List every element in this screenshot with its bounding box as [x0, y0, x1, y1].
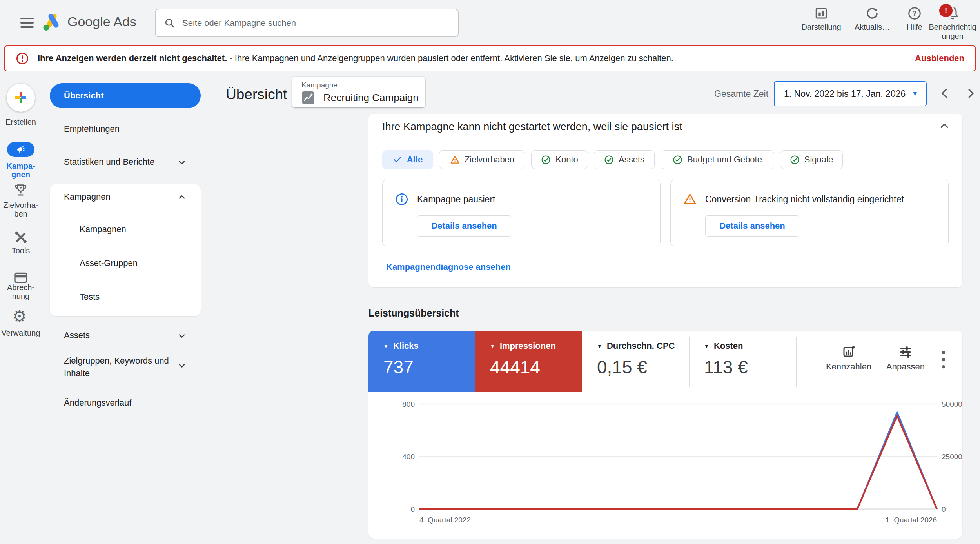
- sidebar-item-change-history[interactable]: Änderungsverlauf: [64, 398, 131, 408]
- filter-chip-all[interactable]: Alle: [382, 150, 433, 169]
- search-box[interactable]: [155, 9, 459, 37]
- metric-dropdown-icon: ▼: [383, 344, 388, 349]
- metric-label: Kosten: [714, 341, 743, 351]
- chip-label: Konto: [555, 155, 578, 165]
- rail-item-campaigns[interactable]: [7, 142, 34, 157]
- banner-dismiss-link[interactable]: Ausblenden: [915, 53, 964, 64]
- adjust-button[interactable]: Anpassen: [880, 344, 931, 372]
- left-axis-tick: 0: [410, 505, 415, 513]
- banner-text-rest: - Ihre Kampagnen und Anzeigengruppen wur…: [227, 53, 673, 63]
- check-circle-icon: [673, 155, 682, 165]
- campaigns-nav-group: [50, 184, 201, 316]
- ads-paused-banner: Ihre Anzeigen werden derzeit nicht gesch…: [4, 45, 976, 71]
- sliders-icon: [898, 344, 913, 358]
- date-range-label: Gesamte Zeit: [714, 89, 768, 99]
- sidebar-item-overview[interactable]: Übersicht: [50, 83, 201, 108]
- filter-chip-assets[interactable]: Assets: [594, 150, 655, 169]
- metric-card-impressions[interactable]: ▼Impressionen 44414: [475, 331, 582, 392]
- chevron-left-icon[interactable]: [938, 86, 952, 100]
- metric-card-avg-cpc[interactable]: ▼Durchschn. CPC 0,15 €: [582, 331, 689, 392]
- check-circle-icon: [541, 155, 551, 165]
- chevron-right-icon[interactable]: [964, 86, 978, 100]
- check-circle-icon: [604, 155, 614, 165]
- issue-card-title: Kampagne pausiert: [417, 194, 495, 205]
- metrics-button[interactable]: Kennzahlen: [821, 344, 876, 372]
- view-details-button[interactable]: Details ansehen: [705, 215, 799, 237]
- campaign-selector[interactable]: Kampagne Recruiting Campaign: [292, 77, 425, 107]
- sidebar-item-campaigns[interactable]: Kampagnen: [80, 224, 126, 235]
- appearance-button[interactable]: Darstellung: [792, 6, 851, 32]
- appearance-label: Darstellung: [801, 23, 841, 32]
- rail-create-label: Erstellen: [0, 118, 41, 126]
- metric-card-clicks[interactable]: ▼Klicks 737: [368, 331, 475, 392]
- help-icon: ?: [907, 6, 922, 20]
- metric-card-cost[interactable]: ▼Kosten 113 €: [689, 331, 796, 392]
- rail-item-admin[interactable]: ⚙: [12, 308, 27, 325]
- left-axis-tick: 400: [402, 453, 415, 461]
- sidebar-item-insights-reports[interactable]: Statistiken und Berichte: [64, 157, 154, 167]
- metric-label: Impressionen: [500, 341, 556, 351]
- sidebar-item-audiences-keywords[interactable]: Zielgruppen, Keywords und Inhalte: [64, 355, 181, 380]
- page-title: Übersicht: [226, 86, 287, 103]
- x-axis-label-end: 1. Quartal 2026: [886, 516, 937, 524]
- metric-label: Klicks: [393, 341, 419, 351]
- search-input[interactable]: [181, 18, 449, 29]
- chart-series-impressionen: [419, 416, 937, 509]
- sidebar-item-tests[interactable]: Tests: [80, 292, 100, 302]
- rail-item-tools[interactable]: [13, 229, 29, 245]
- notification-badge: !: [938, 2, 954, 19]
- hamburger-menu-icon[interactable]: [20, 18, 34, 28]
- chart-window-icon: [814, 6, 828, 20]
- campaign-diagnosis-link[interactable]: Kampagnendiagnose ansehen: [386, 262, 511, 272]
- filter-chip-budget-bids[interactable]: Budget und Gebote: [661, 150, 774, 169]
- check-icon: [393, 155, 402, 164]
- metric-dropdown-icon: ▼: [490, 344, 495, 349]
- right-axis-tick: 50000: [942, 400, 962, 408]
- create-button[interactable]: [7, 84, 35, 112]
- svg-text:?: ?: [912, 9, 917, 18]
- gear-icon: ⚙: [12, 307, 27, 326]
- rail-tools-label: Tools: [0, 246, 41, 255]
- right-axis-tick: 25000: [942, 453, 962, 461]
- brand-title: Google Ads: [67, 14, 136, 29]
- more-options-icon[interactable]: [941, 350, 946, 369]
- banner-text: Ihre Anzeigen werden derzeit nicht gesch…: [38, 53, 906, 64]
- collapse-chevron-up-icon[interactable]: [938, 119, 951, 133]
- top-bar: Google Ads Darstellung Aktualis… ? Hilfe…: [0, 0, 980, 45]
- chip-label: Alle: [407, 155, 423, 165]
- refresh-icon: [865, 6, 879, 20]
- x-axis-label-start: 4. Quartal 2022: [419, 516, 471, 524]
- notifications-button[interactable]: ! Benachrichtigungen: [927, 6, 978, 41]
- left-axis-tick: 800: [402, 400, 415, 408]
- tools-icon: [13, 229, 29, 245]
- chevron-down-icon[interactable]: [176, 157, 187, 168]
- chevron-down-icon[interactable]: [176, 330, 187, 341]
- issue-card-paused: Kampagne pausiert Details ansehen: [382, 180, 661, 246]
- campaign-type-icon: [301, 91, 315, 104]
- metrics-button-label: Kennzahlen: [826, 362, 871, 372]
- sidebar-item-assets[interactable]: Assets: [64, 330, 90, 340]
- check-circle-icon: [790, 155, 800, 165]
- banner-text-bold: Ihre Anzeigen werden derzeit nicht gesch…: [38, 53, 227, 63]
- adjust-button-label: Anpassen: [886, 362, 925, 372]
- sidebar-item-recommendations[interactable]: Empfehlungen: [64, 124, 120, 134]
- sidebar-item-asset-groups[interactable]: Asset-Gruppen: [80, 258, 138, 268]
- chevron-up-icon[interactable]: [176, 192, 187, 203]
- date-range-picker[interactable]: 1. Nov. 2022 bis 17. Jan. 2026 ▼: [774, 81, 927, 106]
- filter-chip-goals[interactable]: Zielvorhaben: [439, 150, 525, 169]
- plus-icon: [14, 91, 28, 105]
- metric-value: 737: [383, 357, 475, 378]
- view-details-button[interactable]: Details ansehen: [417, 215, 511, 237]
- sidebar-item-campaigns-group[interactable]: Kampagnen: [64, 192, 111, 202]
- rail-item-goals[interactable]: [13, 182, 29, 198]
- chevron-down-icon[interactable]: [176, 360, 187, 371]
- filter-chip-account[interactable]: Konto: [531, 150, 588, 169]
- divider: [689, 337, 690, 387]
- date-range-value: 1. Nov. 2022 bis 17. Jan. 2026: [784, 89, 912, 99]
- filter-chip-signals[interactable]: Signale: [780, 150, 843, 169]
- chip-label: Budget und Gebote: [687, 155, 762, 165]
- google-ads-logo: [42, 12, 64, 33]
- right-axis-tick: 0: [942, 505, 946, 513]
- warning-icon: [450, 155, 460, 165]
- metric-value: 0,15 €: [597, 357, 689, 378]
